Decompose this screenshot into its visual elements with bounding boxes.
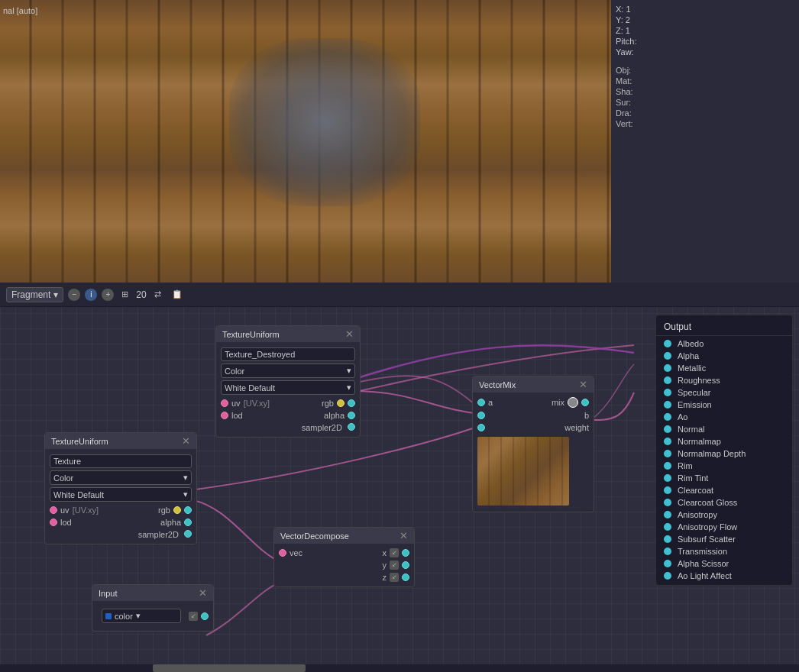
rgb-output-socket[interactable] — [337, 399, 345, 407]
uv-input-socket[interactable] — [221, 399, 228, 407]
default-mode-select[interactable]: White Default ▾ — [221, 380, 355, 395]
subsurf-scatter-socket[interactable] — [664, 535, 671, 543]
lod-input-socket[interactable] — [221, 412, 228, 419]
alpha-socket[interactable] — [664, 352, 671, 360]
grid-button[interactable]: ⊞ — [118, 288, 131, 301]
rgb-small-output-socket[interactable] — [173, 506, 181, 514]
input-output-socket[interactable] — [201, 612, 209, 620]
scrollbar-thumb[interactable] — [153, 664, 306, 672]
doc-button[interactable]: 📋 — [169, 288, 186, 301]
vector-decompose-close[interactable]: ✕ — [400, 531, 408, 541]
sampler2d-small-socket[interactable] — [184, 530, 192, 538]
input-node: Input ✕ color ▾ ↙ — [92, 584, 214, 632]
output-ao-light-affect[interactable]: Ao Light Affect — [656, 570, 792, 582]
output-alpha-scissor[interactable]: Alpha Scissor — [656, 557, 792, 570]
alpha-output-socket[interactable] — [348, 412, 355, 419]
metallic-socket[interactable] — [664, 364, 671, 372]
mix-eye-socket[interactable] — [568, 397, 578, 408]
albedo-socket[interactable] — [664, 340, 671, 347]
output-roughness[interactable]: Roughness — [656, 374, 792, 386]
transmission-socket[interactable] — [664, 548, 671, 555]
alpha-scissor-socket[interactable] — [664, 560, 671, 567]
rim-label: Rim — [678, 461, 693, 470]
specular-socket[interactable] — [664, 389, 671, 396]
texture-small-name-select[interactable]: Texture — [50, 454, 192, 468]
ao-socket[interactable] — [664, 413, 671, 421]
clearcoat-socket[interactable] — [664, 486, 671, 494]
texture-uniform-small-header[interactable]: TextureUniform ✕ — [45, 433, 196, 449]
vec-input-socket[interactable] — [279, 549, 286, 557]
rgb-small-output-socket2[interactable] — [184, 506, 192, 514]
output-subsurf-scatter[interactable]: Subsurf Scatter — [656, 533, 792, 545]
output-anisotropy-flow[interactable]: Anisotropy Flow — [656, 521, 792, 533]
texture-uniform-large-close[interactable]: ✕ — [345, 329, 354, 339]
output-metallic[interactable]: Metallic — [656, 362, 792, 374]
input-node-header[interactable]: Input ✕ — [92, 585, 213, 601]
alpha-output-label: alpha — [324, 411, 345, 420]
uv-small-input-socket[interactable] — [50, 506, 57, 514]
vector-mix-close[interactable]: ✕ — [579, 380, 587, 389]
node-editor[interactable]: Fragment ▾ − i + ⊞ 20 ⇄ 📋 TextureUnifor — [0, 283, 799, 672]
horizontal-scrollbar[interactable] — [0, 664, 799, 672]
output-normal[interactable]: Normal — [656, 423, 792, 435]
info-mat: Mat: — [616, 76, 794, 86]
layout-button[interactable]: ⇄ — [151, 288, 164, 301]
ao-label: Ao — [678, 412, 687, 422]
vector-mix-header[interactable]: VectorMix ✕ — [473, 376, 594, 393]
default-small-chevron: ▾ — [183, 489, 188, 499]
output-rim-tint[interactable]: Rim Tint — [656, 472, 792, 484]
output-specular[interactable]: Specular — [656, 386, 792, 399]
normalmap-socket[interactable] — [664, 438, 671, 445]
normalmap-depth-socket[interactable] — [664, 450, 671, 457]
clearcoat-gloss-socket[interactable] — [664, 499, 671, 506]
color-mode-select[interactable]: Color ▾ — [221, 363, 355, 378]
z-output-socket[interactable] — [402, 573, 409, 581]
anisotropy-socket[interactable] — [664, 511, 671, 519]
texture-uniform-small-node: TextureUniform ✕ Texture Color ▾ White D… — [44, 432, 197, 544]
output-alpha[interactable]: Alpha — [656, 350, 792, 362]
weight-input-socket[interactable] — [477, 424, 485, 431]
a-input-socket[interactable] — [477, 399, 485, 406]
output-anisotropy[interactable]: Anisotropy — [656, 509, 792, 521]
fragment-dropdown[interactable]: Fragment ▾ — [6, 287, 63, 302]
output-ao[interactable]: Ao — [656, 411, 792, 423]
texture-uniform-small-close[interactable]: ✕ — [182, 436, 190, 446]
anisotropy-flow-socket[interactable] — [664, 523, 671, 531]
output-normalmap[interactable]: Normalmap — [656, 435, 792, 447]
output-normalmap-depth[interactable]: Normalmap Depth — [656, 447, 792, 460]
vector-decompose-header[interactable]: VectorDecompose ✕ — [274, 528, 414, 544]
texture-uniform-large-header[interactable]: TextureUniform ✕ — [216, 326, 360, 342]
roughness-socket[interactable] — [664, 376, 671, 384]
lod-small-socket[interactable] — [50, 519, 57, 526]
x-output-socket[interactable] — [402, 549, 409, 557]
sampler2d-socket[interactable] — [348, 423, 355, 431]
rim-tint-label: Rim Tint — [678, 473, 708, 483]
output-transmission[interactable]: Transmission — [656, 545, 792, 557]
y-output-socket[interactable] — [402, 561, 409, 569]
mix-output-socket[interactable] — [581, 399, 589, 406]
transmission-label: Transmission — [678, 547, 727, 556]
texture-name-select[interactable]: Texture_Destroyed — [221, 347, 355, 361]
info-button[interactable]: i — [85, 289, 97, 301]
zoom-in-button[interactable]: + — [102, 289, 114, 301]
output-emission[interactable]: Emission — [656, 399, 792, 411]
rgb-output-socket2[interactable] — [348, 399, 355, 407]
input-node-close[interactable]: ✕ — [199, 588, 207, 598]
b-input-socket[interactable] — [477, 412, 485, 419]
rim-tint-socket[interactable] — [664, 474, 671, 482]
normal-socket[interactable] — [664, 425, 671, 433]
color-small-mode-select[interactable]: Color ▾ — [50, 470, 192, 485]
output-albedo[interactable]: Albedo — [656, 338, 792, 350]
output-clearcoat-gloss[interactable]: Clearcoat Gloss — [656, 496, 792, 509]
output-rim[interactable]: Rim — [656, 460, 792, 472]
default-small-select[interactable]: White Default ▾ — [50, 487, 192, 502]
emission-socket[interactable] — [664, 401, 671, 409]
rgb-small-label: rgb — [158, 506, 170, 515]
fragment-chevron: ▾ — [53, 289, 58, 300]
zoom-out-button[interactable]: − — [68, 289, 80, 301]
input-color-select[interactable]: color ▾ — [102, 609, 181, 623]
rim-socket[interactable] — [664, 462, 671, 470]
alpha-small-socket[interactable] — [184, 519, 192, 526]
ao-light-affect-socket[interactable] — [664, 572, 671, 580]
output-clearcoat[interactable]: Clearcoat — [656, 484, 792, 496]
